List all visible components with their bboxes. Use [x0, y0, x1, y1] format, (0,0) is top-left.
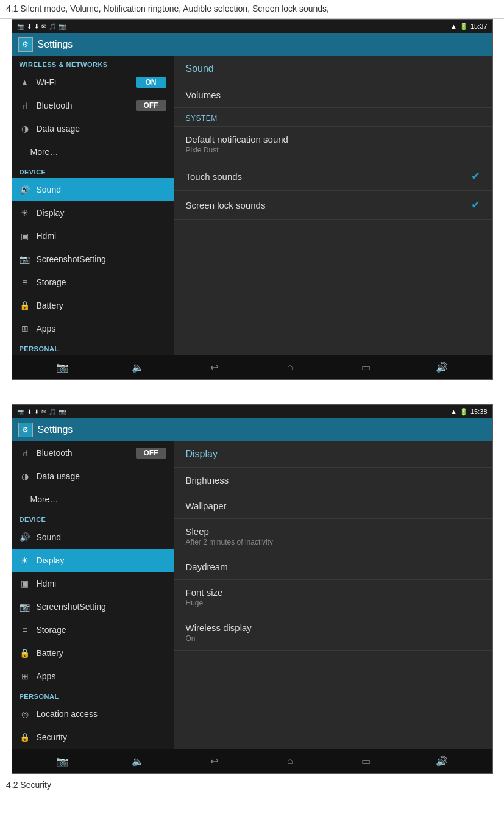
detail-item-notification-sound[interactable]: Default notification sound Pixie Dust [174, 127, 492, 162]
title-bar-1: ⚙ Settings [12, 33, 492, 56]
sidebar-item-location-2[interactable]: ◎ Location access [12, 702, 174, 726]
sidebar-item-sound-1[interactable]: 🔊 Sound [12, 178, 174, 201]
status-bar-right-2: ▲ 🔋 15:38 [450, 408, 487, 416]
sidebar-item-storage-2[interactable]: ≡ Storage [12, 618, 174, 641]
settings-icon-glyph-1: ⚙ [22, 40, 29, 49]
detail-item-touch-sounds[interactable]: Touch sounds ✔ [174, 162, 492, 191]
sidebar-item-battery-2[interactable]: 🔒 Battery [12, 641, 174, 665]
sidebar-item-hdmi-1[interactable]: ▣ Hdmi [12, 224, 174, 248]
touch-sounds-check: ✔ [471, 170, 480, 183]
detail-item-daydream[interactable]: Daydream [174, 554, 492, 580]
detail-item-wireless-display-subtitle: On [186, 634, 480, 643]
sidebar-item-more-2[interactable]: More… [12, 488, 174, 511]
media-icon-1: 🎵 [49, 23, 56, 30]
nav-volume-icon-2[interactable]: 🔈 [129, 755, 147, 767]
sidebar-item-datausage-1[interactable]: ◑ Data usage [12, 117, 174, 140]
sidebar-item-display-1[interactable]: ☀ Display [12, 201, 174, 224]
detail-item-brightness-title: Brightness [186, 475, 480, 485]
nav-back-icon-2[interactable]: ↩ [205, 755, 223, 767]
sidebar-item-datausage-2[interactable]: ◑ Data usage [12, 465, 174, 488]
datausage-label-2: Data usage [37, 471, 166, 481]
status-bar-right-1: ▲ 🔋 15:37 [450, 23, 487, 30]
camera-icon-2: 📷 [59, 409, 66, 415]
settings-app-icon-2: ⚙ [18, 423, 33, 437]
more-label-2: More… [30, 495, 166, 504]
nav-bar-2: 📷 🔈 ↩ ⌂ ▭ 🔊 [12, 749, 492, 773]
nav-sound-icon-1[interactable]: 🔊 [433, 362, 451, 373]
title-bar-label-2: Settings [38, 424, 73, 435]
detail-item-fontsize[interactable]: Font size Huge [174, 580, 492, 615]
camera-icon-1: 📷 [59, 23, 66, 30]
sidebar-item-sound-2[interactable]: 🔊 Sound [12, 526, 174, 549]
nav-back-icon-1[interactable]: ↩ [205, 362, 223, 373]
notification-icon-2: 📷 [17, 409, 24, 415]
detail-item-daydream-text: Daydream [186, 562, 480, 572]
nav-home-icon-1[interactable]: ⌂ [281, 362, 299, 373]
sidebar-item-bluetooth-1[interactable]: ⑁ Bluetooth OFF [12, 94, 174, 117]
detail-item-wireless-display[interactable]: Wireless display On [174, 615, 492, 651]
hdmi-label-2: Hdmi [37, 579, 166, 588]
detail-item-wallpaper[interactable]: Wallpaper [174, 493, 492, 519]
sidebar-item-hdmi-2[interactable]: ▣ Hdmi [12, 572, 174, 595]
main-content-2: ⑁ Bluetooth OFF ◑ Data usage More… DEVIC… [12, 441, 492, 749]
bottom-caption: 4.2 Security [0, 774, 504, 796]
detail-item-fontsize-text: Font size Huge [186, 587, 480, 607]
bluetooth-toggle-2[interactable]: OFF [136, 448, 166, 459]
download-icon-4: ⬇ [34, 409, 39, 415]
location-label-2: Location access [37, 709, 166, 719]
nav-recents-icon-1[interactable]: ▭ [357, 362, 375, 373]
media-icon-2: 🎵 [49, 409, 56, 415]
display-icon-2: ☀ [20, 555, 30, 566]
sidebar-item-screenshot-2[interactable]: 📷 ScreenshotSetting [12, 595, 174, 618]
sidebar-item-security-2[interactable]: 🔒 Security [12, 726, 174, 749]
nav-camera-icon-1[interactable]: 📷 [53, 362, 71, 373]
sidebar-item-display-2[interactable]: ☀ Display [12, 549, 174, 572]
status-bar-1: 📷 ⬇ ⬇ ✉ 🎵 📷 ▲ 🔋 15:37 [12, 20, 492, 33]
sidebar-item-battery-1[interactable]: 🔒 Battery [12, 294, 174, 317]
nav-home-icon-2[interactable]: ⌂ [281, 755, 299, 766]
screenshotsetting-icon-2: 📷 [20, 601, 30, 612]
detail-item-volumes-title: Volumes [186, 90, 480, 100]
detail-item-sleep[interactable]: Sleep After 2 minutes of inactivity [174, 519, 492, 554]
detail-item-volumes[interactable]: Volumes [174, 82, 492, 108]
nav-camera-icon-2[interactable]: 📷 [53, 755, 71, 767]
sidebar-item-apps-1[interactable]: ⊞ Apps [12, 317, 174, 340]
sidebar-item-bluetooth-2[interactable]: ⑁ Bluetooth OFF [12, 441, 174, 465]
sound-icon-2: 🔊 [20, 532, 30, 543]
detail-item-screenlock-sounds[interactable]: Screen lock sounds ✔ [174, 191, 492, 220]
apps-icon-2: ⊞ [20, 671, 30, 682]
detail-item-fontsize-subtitle: Huge [186, 599, 480, 607]
hdmi-icon-1: ▣ [20, 230, 30, 241]
sidebar-section-personal-1: PERSONAL [12, 340, 174, 355]
nav-volume-icon-1[interactable]: 🔈 [129, 362, 147, 373]
sidebar-item-screenshot-1[interactable]: 📷 ScreenshotSetting [12, 248, 174, 271]
hdmi-label-1: Hdmi [37, 231, 166, 241]
title-bar-2: ⚙ Settings [12, 418, 492, 441]
sidebar-item-more-1[interactable]: More… [12, 140, 174, 163]
detail-item-daydream-title: Daydream [186, 562, 480, 572]
main-content-1: WIRELESS & NETWORKS ▲ Wi-Fi ON ⑁ Bluetoo… [12, 56, 492, 355]
screenlock-sounds-check: ✔ [471, 198, 480, 212]
wifi-toggle-1[interactable]: ON [136, 77, 166, 88]
detail-item-sleep-text: Sleep After 2 minutes of inactivity [186, 526, 480, 546]
sidebar-item-storage-1[interactable]: ≡ Storage [12, 271, 174, 294]
detail-item-notification-title: Default notification sound [186, 134, 480, 145]
email-icon-2: ✉ [41, 409, 46, 415]
detail-panel-2: Display Brightness Wallpaper Sleep After… [174, 441, 492, 749]
battery-icon-side-1: 🔒 [20, 300, 30, 311]
settings-app-icon-1: ⚙ [18, 37, 33, 52]
nav-sound-icon-2[interactable]: 🔊 [433, 755, 451, 767]
wifi-icon-1: ▲ [20, 77, 30, 88]
bluetooth-toggle-1[interactable]: OFF [136, 100, 166, 111]
sidebar-item-wifi-1[interactable]: ▲ Wi-Fi ON [12, 71, 174, 94]
battery-label-1: Battery [37, 301, 166, 310]
settings-icon-glyph-2: ⚙ [22, 426, 29, 434]
nav-recents-icon-2[interactable]: ▭ [357, 755, 375, 767]
detail-item-brightness[interactable]: Brightness [174, 468, 492, 493]
title-bar-label-1: Settings [38, 39, 73, 50]
sidebar-1: WIRELESS & NETWORKS ▲ Wi-Fi ON ⑁ Bluetoo… [12, 56, 174, 355]
sidebar-item-apps-2[interactable]: ⊞ Apps [12, 665, 174, 688]
detail-item-brightness-text: Brightness [186, 475, 480, 485]
storage-label-2: Storage [37, 625, 166, 635]
status-bar-left-2: 📷 ⬇ ⬇ ✉ 🎵 📷 [17, 409, 66, 415]
